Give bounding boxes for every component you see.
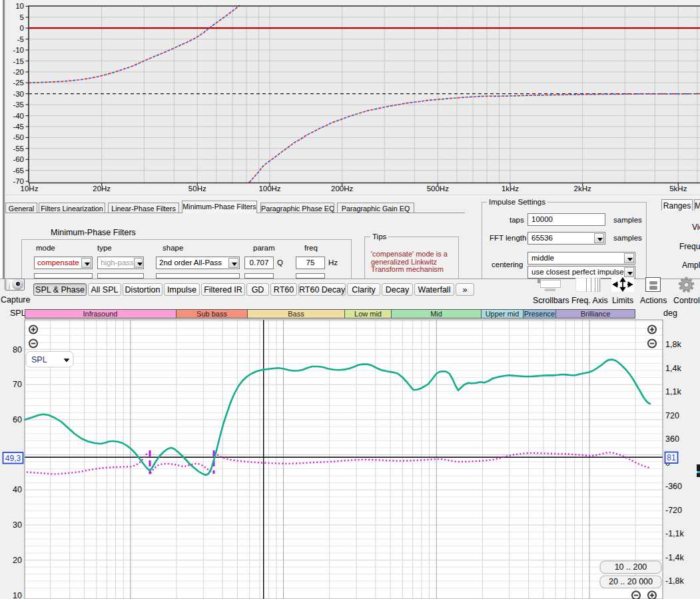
svg-text:-15: -15 xyxy=(13,57,24,65)
svg-text:200Hz: 200Hz xyxy=(331,185,353,193)
svg-text:-1,1k: -1,1k xyxy=(665,529,685,538)
svg-text:10Hz: 10Hz xyxy=(21,185,39,193)
svg-text:360: 360 xyxy=(665,434,679,444)
svg-text:40: 40 xyxy=(13,485,22,494)
svg-text:50Hz: 50Hz xyxy=(188,185,206,193)
svg-text:2kHz: 2kHz xyxy=(574,185,591,193)
svg-text:-55: -55 xyxy=(13,145,24,153)
svg-text:-1,4k: -1,4k xyxy=(665,553,685,562)
svg-text:5kHz: 5kHz xyxy=(669,185,687,193)
svg-text:-5: -5 xyxy=(17,35,24,43)
svg-text:720: 720 xyxy=(665,411,679,420)
svg-text:-35: -35 xyxy=(13,101,24,109)
svg-text:20: 20 xyxy=(13,556,22,565)
svg-text:30: 30 xyxy=(13,520,22,530)
svg-text:100Hz: 100Hz xyxy=(258,185,280,193)
svg-text:-65: -65 xyxy=(13,167,24,175)
svg-text:SPL: SPL xyxy=(31,355,47,364)
svg-text:81: 81 xyxy=(667,453,676,462)
svg-text:49,3: 49,3 xyxy=(5,454,21,463)
svg-text:-720: -720 xyxy=(665,506,682,515)
svg-text:70: 70 xyxy=(13,380,22,389)
svg-text:1,4k: 1,4k xyxy=(665,364,681,373)
svg-text:-30: -30 xyxy=(13,90,24,98)
svg-text:1kHz: 1kHz xyxy=(502,185,519,193)
svg-text:-360: -360 xyxy=(665,482,682,491)
svg-text:80: 80 xyxy=(13,345,22,354)
svg-text:1,1k: 1,1k xyxy=(665,387,681,396)
svg-text:5: 5 xyxy=(20,13,24,21)
svg-text:1,8k: 1,8k xyxy=(665,340,681,349)
svg-text:-10: -10 xyxy=(13,46,24,54)
svg-text:-25: -25 xyxy=(13,79,24,87)
svg-text:-20: -20 xyxy=(13,68,24,76)
svg-text:10: 10 xyxy=(13,591,22,599)
svg-text:10 .. 200: 10 .. 200 xyxy=(615,562,647,572)
svg-text:-60: -60 xyxy=(13,155,24,163)
svg-text:-45: -45 xyxy=(13,123,24,131)
svg-text:0: 0 xyxy=(20,24,24,32)
svg-text:-50: -50 xyxy=(13,133,24,141)
svg-text:10: 10 xyxy=(15,2,24,10)
svg-text:500Hz: 500Hz xyxy=(427,185,449,193)
svg-text:20 .. 20 000: 20 .. 20 000 xyxy=(609,577,653,586)
svg-text:-40: -40 xyxy=(13,112,24,120)
svg-text:20Hz: 20Hz xyxy=(93,185,111,193)
svg-text:60: 60 xyxy=(13,415,22,424)
svg-text:-1,8k: -1,8k xyxy=(665,576,685,586)
